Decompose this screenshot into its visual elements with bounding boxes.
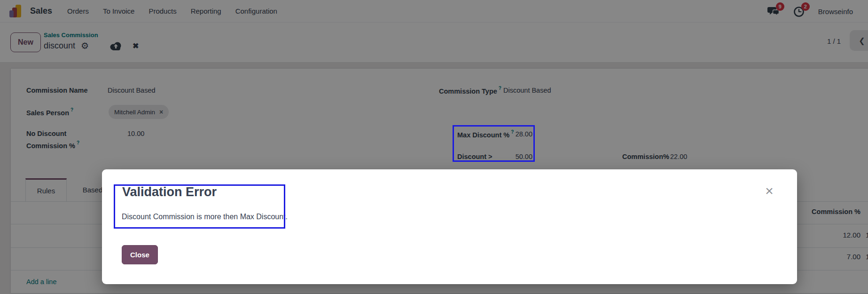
validation-error-dialog: Validation Error Discount Commission is … — [102, 169, 797, 284]
dialog-close-button[interactable]: Close — [122, 245, 158, 264]
dialog-close-x-icon[interactable] — [759, 182, 780, 200]
dialog-message: Discount Commission is more then Max Dis… — [122, 213, 288, 221]
dialog-title: Validation Error — [122, 185, 217, 199]
